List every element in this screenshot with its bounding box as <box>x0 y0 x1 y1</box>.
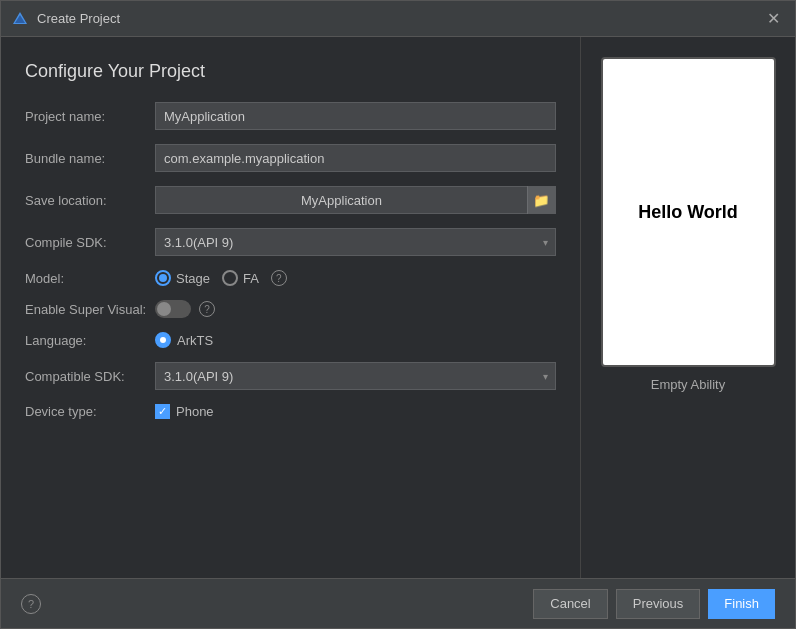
right-panel: Hello World Empty Ability <box>580 37 795 578</box>
dialog-title: Create Project <box>37 11 761 26</box>
app-icon <box>11 10 29 28</box>
device-phone-checkbox[interactable]: ✓ <box>155 404 170 419</box>
content-area: Configure Your Project Project name: Bun… <box>1 37 795 578</box>
compatible-sdk-select-wrapper: 3.1.0(API 9) ▾ <box>155 362 556 390</box>
footer: ? Cancel Previous Finish <box>1 578 795 628</box>
model-stage-label: Stage <box>176 271 210 286</box>
language-label: Language: <box>25 333 155 348</box>
bundle-name-row: Bundle name: <box>25 144 556 172</box>
model-stage-radio[interactable] <box>155 270 171 286</box>
title-bar: Create Project ✕ <box>1 1 795 37</box>
model-label: Model: <box>25 271 155 286</box>
compatible-sdk-select[interactable]: 3.1.0(API 9) <box>155 362 556 390</box>
bundle-name-control <box>155 144 556 172</box>
finish-button[interactable]: Finish <box>708 589 775 619</box>
create-project-dialog: Create Project ✕ Configure Your Project … <box>0 0 796 629</box>
super-visual-label: Enable Super Visual: <box>25 302 155 317</box>
location-input-wrapper: 📁 <box>155 186 556 214</box>
toggle-wrapper: ? <box>155 300 556 318</box>
toggle-thumb <box>157 302 171 316</box>
footer-buttons: Cancel Previous Finish <box>533 589 775 619</box>
language-arkts-label: ArkTS <box>177 333 213 348</box>
project-name-input[interactable] <box>155 102 556 130</box>
language-control: ArkTS <box>155 332 556 348</box>
compile-sdk-label: Compile SDK: <box>25 235 155 250</box>
super-visual-help-icon[interactable]: ? <box>199 301 215 317</box>
model-fa-option[interactable]: FA <box>222 270 259 286</box>
preview-phone: Hello World <box>601 57 776 367</box>
super-visual-toggle[interactable] <box>155 300 191 318</box>
super-visual-control: ? <box>155 300 556 318</box>
browse-folder-button[interactable]: 📁 <box>527 186 555 214</box>
previous-button[interactable]: Previous <box>616 589 701 619</box>
model-help-icon[interactable]: ? <box>271 270 287 286</box>
language-radio-group: ArkTS <box>155 332 556 348</box>
compile-sdk-select[interactable]: 3.1.0(API 9) <box>155 228 556 256</box>
model-radio-group: Stage FA ? <box>155 270 556 286</box>
bundle-name-input[interactable] <box>155 144 556 172</box>
folder-icon: 📁 <box>533 193 550 208</box>
checkmark-icon: ✓ <box>158 406 167 417</box>
cancel-button[interactable]: Cancel <box>533 589 607 619</box>
bundle-name-label: Bundle name: <box>25 151 155 166</box>
save-location-input[interactable] <box>156 188 527 213</box>
compile-sdk-row: Compile SDK: 3.1.0(API 9) ▾ <box>25 228 556 256</box>
model-row: Model: Stage FA ? <box>25 270 556 286</box>
device-type-control: ✓ Phone <box>155 404 556 419</box>
language-arkts-radio[interactable] <box>155 332 171 348</box>
preview-label: Empty Ability <box>651 377 725 392</box>
compatible-sdk-row: Compatible SDK: 3.1.0(API 9) ▾ <box>25 362 556 390</box>
project-name-label: Project name: <box>25 109 155 124</box>
compatible-sdk-label: Compatible SDK: <box>25 369 155 384</box>
model-fa-label: FA <box>243 271 259 286</box>
compile-sdk-control: 3.1.0(API 9) ▾ <box>155 228 556 256</box>
project-name-control <box>155 102 556 130</box>
save-location-control: 📁 <box>155 186 556 214</box>
preview-hello-world: Hello World <box>638 202 738 223</box>
save-location-row: Save location: 📁 <box>25 186 556 214</box>
compatible-sdk-control: 3.1.0(API 9) ▾ <box>155 362 556 390</box>
page-title: Configure Your Project <box>25 61 556 82</box>
device-phone-option: ✓ Phone <box>155 404 556 419</box>
compile-sdk-select-wrapper: 3.1.0(API 9) ▾ <box>155 228 556 256</box>
super-visual-row: Enable Super Visual: ? <box>25 300 556 318</box>
model-stage-option[interactable]: Stage <box>155 270 210 286</box>
model-control: Stage FA ? <box>155 270 556 286</box>
language-row: Language: ArkTS <box>25 332 556 348</box>
project-name-row: Project name: <box>25 102 556 130</box>
save-location-label: Save location: <box>25 193 155 208</box>
device-type-row: Device type: ✓ Phone <box>25 404 556 419</box>
close-button[interactable]: ✕ <box>761 7 785 31</box>
left-panel: Configure Your Project Project name: Bun… <box>1 37 580 578</box>
device-phone-label: Phone <box>176 404 214 419</box>
footer-help-icon[interactable]: ? <box>21 594 41 614</box>
device-type-label: Device type: <box>25 404 155 419</box>
model-fa-radio[interactable] <box>222 270 238 286</box>
